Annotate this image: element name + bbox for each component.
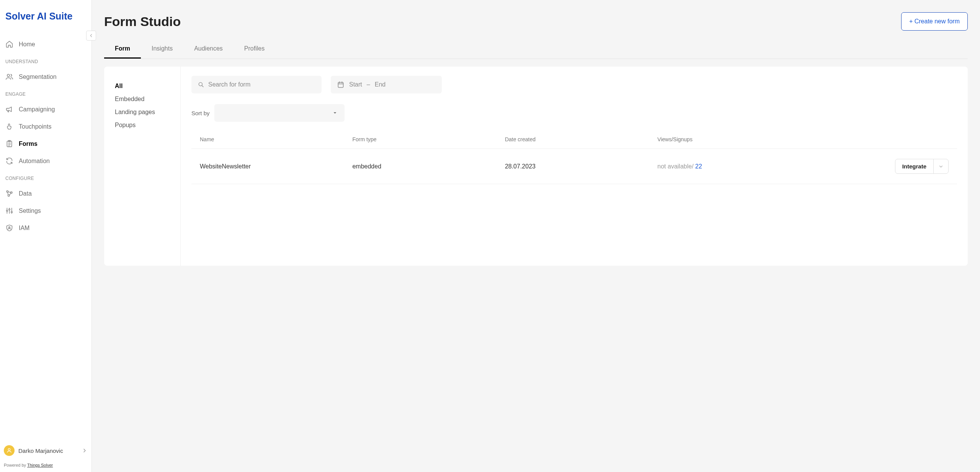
sidebar-item-label: Campaigning <box>19 106 55 113</box>
filter-sidebar: All Embedded Landing pages Popups <box>104 67 181 266</box>
nodes-icon <box>5 189 13 198</box>
sidebar-item-label: Automation <box>19 158 50 165</box>
powered-by: Powered by Things Solver <box>0 460 91 472</box>
sidebar-item-label: IAM <box>19 225 29 232</box>
sidebar-item-label: Forms <box>19 140 38 147</box>
sidebar-item-label: Settings <box>19 207 41 214</box>
date-start: Start <box>349 81 362 88</box>
content-card: All Embedded Landing pages Popups Start … <box>104 67 968 266</box>
th-type: Form type <box>352 136 505 142</box>
sidebar-item-label: Home <box>19 41 35 48</box>
svg-point-0 <box>7 74 10 77</box>
search-icon <box>198 81 204 88</box>
user-menu[interactable]: Darko Marjanovic <box>0 441 91 460</box>
clipboard-icon <box>5 140 13 148</box>
page-title: Form Studio <box>104 14 181 29</box>
sidebar-item-label: Segmentation <box>19 73 57 80</box>
integrate-button[interactable]: Integrate <box>895 159 949 174</box>
search-box[interactable] <box>191 76 322 93</box>
th-date: Date created <box>505 136 657 142</box>
sidebar-nav: Home UNDERSTAND Segmentation ENGAGE Camp… <box>0 33 91 441</box>
section-understand: UNDERSTAND <box>0 53 91 68</box>
sort-row: Sort by <box>191 104 957 122</box>
tab-audiences[interactable]: Audiences <box>183 40 234 59</box>
sidebar-item-touchpoints[interactable]: Touchpoints <box>0 118 91 135</box>
sidebar-item-automation[interactable]: Automation <box>0 152 91 170</box>
filter-embedded[interactable]: Embedded <box>115 93 170 106</box>
main-content: Form Studio + Create new form Form Insig… <box>92 0 980 472</box>
sidebar: Solver AI Suite Home UNDERSTAND Segmenta… <box>0 0 92 472</box>
search-input[interactable] <box>208 81 315 88</box>
integrate-label: Integrate <box>895 159 933 173</box>
tab-profiles[interactable]: Profiles <box>234 40 275 59</box>
shield-icon <box>5 224 13 232</box>
sidebar-collapse-button[interactable] <box>86 31 96 41</box>
chevron-down-icon <box>332 110 338 116</box>
app-logo: Solver AI Suite <box>0 0 91 33</box>
chevron-right-icon <box>82 448 88 454</box>
cell-name: WebsiteNewsletter <box>200 163 352 170</box>
home-icon <box>5 40 13 48</box>
user-name: Darko Marjanovic <box>18 448 78 454</box>
date-separator: – <box>367 81 370 88</box>
sidebar-item-label: Touchpoints <box>19 123 51 130</box>
tab-insights[interactable]: Insights <box>141 40 183 59</box>
svg-point-8 <box>11 211 13 213</box>
section-engage: ENGAGE <box>0 85 91 101</box>
sidebar-item-label: Data <box>19 190 32 197</box>
main-header: Form Studio + Create new form <box>104 12 968 31</box>
create-form-button[interactable]: + Create new form <box>901 12 968 31</box>
powered-link[interactable]: Things Solver <box>27 463 53 467</box>
tabs: Form Insights Audiences Profiles <box>104 40 968 59</box>
sidebar-item-settings[interactable]: Settings <box>0 202 91 219</box>
date-end: End <box>375 81 385 88</box>
touch-icon <box>5 122 13 131</box>
content-column: Start – End Sort by Name Form type Date … <box>181 67 968 266</box>
filter-landing[interactable]: Landing pages <box>115 106 170 119</box>
integrate-dropdown[interactable] <box>933 159 948 173</box>
sliders-icon <box>5 207 13 215</box>
calendar-icon <box>337 81 345 88</box>
filter-popups[interactable]: Popups <box>115 119 170 132</box>
cell-views: not available/ 22 <box>657 163 824 170</box>
svg-point-10 <box>8 449 10 451</box>
svg-point-9 <box>9 227 10 228</box>
cell-type: embedded <box>352 163 505 170</box>
filter-all[interactable]: All <box>115 80 170 93</box>
cell-date: 28.07.2023 <box>505 163 657 170</box>
sidebar-item-home[interactable]: Home <box>0 36 91 53</box>
sidebar-item-segmentation[interactable]: Segmentation <box>0 68 91 85</box>
th-name: Name <box>200 136 352 142</box>
svg-rect-12 <box>338 82 343 87</box>
sidebar-item-data[interactable]: Data <box>0 185 91 202</box>
sidebar-item-campaigning[interactable]: Campaigning <box>0 101 91 118</box>
tab-form[interactable]: Form <box>104 40 141 59</box>
sort-label: Sort by <box>191 110 210 116</box>
megaphone-icon <box>5 105 13 113</box>
sort-select[interactable] <box>214 104 345 122</box>
sidebar-item-forms[interactable]: Forms <box>0 135 91 152</box>
avatar <box>4 445 15 456</box>
chevron-down-icon <box>938 164 944 169</box>
arrow-left-icon <box>88 33 94 38</box>
table-row: WebsiteNewsletter embedded 28.07.2023 no… <box>191 149 957 184</box>
th-views: Views/Signups <box>657 136 824 142</box>
users-icon <box>5 73 13 81</box>
sidebar-item-iam[interactable]: IAM <box>0 219 91 237</box>
svg-point-6 <box>7 210 8 212</box>
user-icon <box>6 448 12 454</box>
section-configure: CONFIGURE <box>0 170 91 185</box>
date-range-picker[interactable]: Start – End <box>331 76 442 93</box>
refresh-icon <box>5 157 13 165</box>
controls-row: Start – End <box>191 76 957 93</box>
table-header: Name Form type Date created Views/Signup… <box>191 130 957 149</box>
svg-point-7 <box>9 209 10 210</box>
